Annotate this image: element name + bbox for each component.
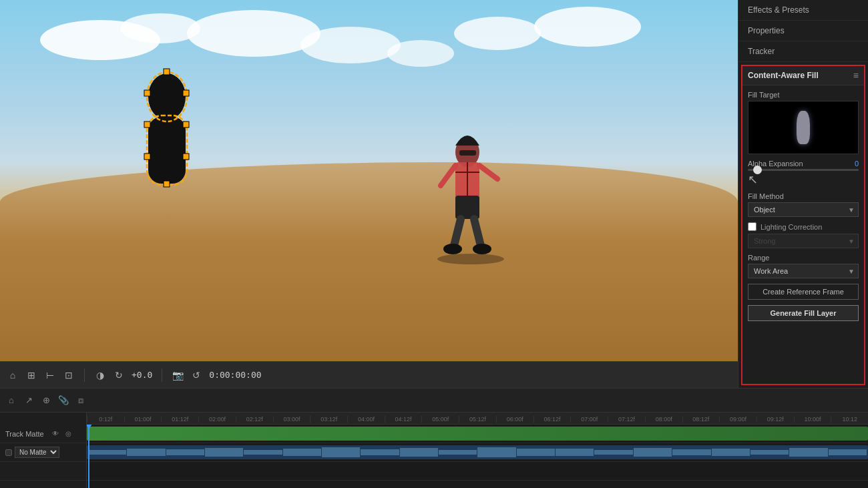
rotate-icon[interactable]: ↻	[113, 369, 125, 381]
video-preview-area: ⌂ ⊞ ⊢ ⊡ ◑ ↻ +0.0 📷 ↺ 0:00:00:00	[0, 0, 738, 388]
track-matte-text: Track Matte	[5, 430, 44, 438]
range-select[interactable]: Work Area	[748, 264, 859, 278]
svg-rect-11	[183, 121, 189, 128]
ruler-mark-1: 01:00f	[124, 416, 162, 423]
separator-1	[84, 369, 85, 382]
tab-tracker[interactable]: Tracker	[738, 41, 868, 62]
panel-tabs: Effects & Presets Properties Tracker	[738, 0, 868, 62]
no-matte-label-row: No Matte	[0, 443, 86, 462]
track-matte-label-row: Track Matte 👁 ◎	[0, 425, 86, 443]
playhead-triangle	[87, 425, 92, 429]
sand-dune	[0, 162, 738, 361]
track-matte-icons: 👁 ◎	[49, 428, 75, 440]
waveform	[88, 447, 867, 458]
ruler-mark-17: 09:00f	[719, 416, 756, 423]
ruler-mark-6: 03:12f	[310, 416, 347, 423]
tl-home-icon[interactable]: ⌂	[5, 395, 17, 407]
preview-figure	[797, 111, 810, 144]
fit-icon[interactable]: ⊞	[25, 369, 37, 381]
ruler-mark-3: 02:00f	[198, 416, 236, 423]
ruler-mark-20: 10:12	[831, 416, 868, 423]
fill-target-preview	[748, 101, 859, 154]
audio-track-row	[87, 443, 868, 462]
tracks-body	[87, 425, 868, 488]
matte-select[interactable]: No Matte	[15, 447, 59, 458]
tl-attach-icon[interactable]: 📎	[57, 395, 69, 407]
tl-solo-icon[interactable]: ◎	[63, 428, 75, 440]
timecode-display: 0:00:00:00	[209, 370, 261, 380]
svg-line-20	[474, 219, 481, 246]
range-dropdown-wrapper: Work Area ▼	[748, 264, 859, 278]
tl-comp-icon[interactable]: ⧈	[75, 395, 87, 407]
playhead[interactable]	[88, 425, 89, 488]
caf-panel-title: Content-Aware Fill	[748, 71, 819, 80]
strong-select[interactable]: Strong	[748, 234, 859, 248]
svg-rect-7	[144, 90, 150, 96]
svg-point-22	[473, 244, 491, 254]
grid-icon[interactable]: ⊡	[63, 369, 75, 381]
lighting-correction-section: Lighting Correction Strong ▼	[748, 222, 859, 248]
camera-icon[interactable]: 📷	[172, 369, 184, 381]
svg-rect-1	[148, 117, 186, 184]
timeline-toolbar: ⌂ ↗ ⊕ 📎 ⧈	[0, 389, 868, 413]
tab-properties[interactable]: Properties	[738, 21, 868, 41]
svg-line-17	[479, 166, 497, 179]
ruler-mark-2: 01:12f	[161, 416, 198, 423]
ruler-mark-8: 04:12f	[385, 416, 422, 423]
home-icon[interactable]: ⌂	[7, 369, 19, 381]
audio-clip[interactable]	[87, 445, 868, 459]
lighting-correction-row: Lighting Correction	[748, 222, 859, 231]
ruler-mark-19: 10:00f	[794, 416, 831, 423]
caf-panel-header: Content-Aware Fill ≡	[742, 66, 864, 85]
cursor-indicator: ↖	[748, 172, 859, 187]
create-reference-frame-button[interactable]: Create Reference Frame	[748, 284, 859, 300]
ruler-mark-15: 08:00f	[645, 416, 682, 423]
alpha-expansion-slider[interactable]	[748, 169, 859, 171]
select-icon[interactable]: ⊢	[44, 369, 56, 381]
fill-target-label: Fill Target	[748, 91, 859, 99]
range-label: Range	[748, 254, 859, 262]
svg-point-21	[443, 244, 462, 254]
fill-method-label: Fill Method	[748, 192, 859, 200]
tl-eyeball-icon[interactable]: 👁	[49, 428, 61, 440]
fill-method-section: Fill Method Object ▼	[748, 192, 859, 217]
svg-point-0	[148, 73, 186, 120]
right-panel: Effects & Presets Properties Tracker Con…	[738, 0, 868, 388]
strong-dropdown-wrapper: Strong ▼	[748, 234, 859, 248]
ruler-mark-16: 08:12f	[682, 416, 720, 423]
clouds-layer	[0, 0, 738, 162]
ruler-mark-11: 06:00f	[496, 416, 533, 423]
svg-line-16	[441, 166, 455, 186]
range-section: Range Work Area ▼	[748, 254, 859, 278]
lighting-correction-label: Lighting Correction	[761, 223, 822, 231]
timeline-content: Track Matte 👁 ◎ No Matte 0:12f	[0, 413, 868, 488]
lighting-correction-checkbox[interactable]	[748, 222, 756, 231]
tl-link-icon[interactable]: ⊕	[40, 395, 52, 407]
video-clip[interactable]	[87, 427, 868, 441]
alpha-expansion-thumb[interactable]	[753, 166, 762, 174]
svg-rect-10	[144, 121, 150, 128]
caf-menu-icon[interactable]: ≡	[853, 70, 859, 81]
color-icon[interactable]: ◑	[94, 369, 106, 381]
extra-track-row	[87, 462, 868, 481]
timeline-area: ⌂ ↗ ⊕ 📎 ⧈ Track Matte 👁 ◎ No Matte	[0, 388, 868, 488]
generate-fill-layer-button[interactable]: Generate Fill Layer	[748, 305, 859, 321]
track-labels: Track Matte 👁 ◎ No Matte	[0, 413, 87, 488]
ruler-mark-4: 02:12f	[236, 416, 273, 423]
svg-rect-6	[183, 154, 189, 160]
fill-target-section: Fill Target	[748, 91, 859, 154]
ruler-mark-5: 03:00f	[273, 416, 310, 423]
mask-silhouette	[130, 50, 204, 194]
alpha-expansion-row: Alpha Expansion 0	[748, 160, 859, 168]
fill-method-select[interactable]: Object	[748, 202, 859, 217]
svg-point-24	[437, 254, 504, 264]
empty-track-label	[0, 462, 86, 481]
undo-icon[interactable]: ↺	[190, 369, 202, 381]
matte-icon	[5, 449, 12, 456]
svg-rect-23	[459, 150, 476, 156]
svg-rect-8	[144, 154, 150, 160]
svg-rect-4	[164, 69, 170, 75]
fill-method-dropdown-wrapper: Object ▼	[748, 202, 859, 217]
tab-effects-presets[interactable]: Effects & Presets	[738, 0, 868, 21]
tl-select-icon[interactable]: ↗	[23, 395, 35, 407]
